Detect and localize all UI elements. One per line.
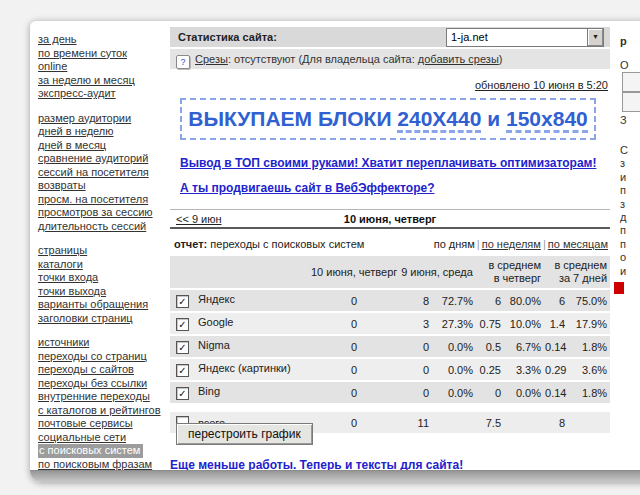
site-select-value: 1-ja.net [447,29,587,45]
value-cell: 0.0% [432,382,476,403]
row-checkbox[interactable]: ✓ [176,387,189,400]
promo-link-top[interactable]: Вывод в ТОП своими руками! Хватит перепл… [180,156,596,170]
search-engine-row: ✓Nigma000.0%0.56.7%0.141.8% [170,336,610,357]
value-cell: 0 [398,359,432,380]
row-checkbox[interactable]: ✓ [176,341,189,354]
sidebar-item[interactable]: заголовки страниц [38,312,168,326]
value-cell [432,412,476,433]
banner-text: ВЫКУПАЕМ БЛОКИ [188,107,397,130]
sidebar-item[interactable]: длительность сессий [38,220,168,234]
value-cell: 80.0% [504,290,544,311]
col-day2: 9 июня, среда [398,256,476,288]
value-cell [504,412,544,433]
engine-name-cell: ✓Яндекс (картинки) [170,359,310,380]
updated-row: обновлено 10 июня в 5:20 [170,79,608,91]
value-cell: 0.75 [476,313,504,334]
value-cell: 72.7% [432,290,476,311]
period-months-link[interactable]: по месяцам [548,238,608,250]
chevron-down-icon[interactable]: ▼ [587,29,603,46]
banner-conj: и [481,107,506,130]
sidebar-item[interactable]: социальные сети [38,431,168,445]
nav-group: размер аудиториидней в неделюдней в меся… [38,112,168,234]
value-cell: 6 [544,290,568,311]
banner-size-link-2[interactable]: 150x840 [506,107,588,133]
col-day1: 10 июня, четверг [310,256,398,288]
sidebar-item[interactable]: с каталогов и рейтингов [38,404,168,418]
sidebar-item[interactable]: просм. на посетителя [38,193,168,207]
sidebar-item[interactable]: страницы [38,244,168,258]
row-checkbox[interactable]: ✓ [176,364,189,377]
sidebar-item[interactable]: точки входа [38,271,168,285]
right-strip-fragment: О [620,59,629,71]
sidebar-item[interactable]: каталоги [38,258,168,272]
value-cell: 0 [310,290,398,311]
sidebar-item[interactable]: варианты обращения [38,298,168,312]
sidebar-item[interactable]: online [38,60,168,74]
sidebar-item-selected[interactable]: с поисковых систем [38,444,143,458]
left-nav: за деньпо времени сутокonlineза неделю и… [38,33,168,482]
slices-link[interactable]: Срезы [195,53,228,65]
sidebar-item[interactable]: за неделю и месяц [38,74,168,88]
nav-group: за деньпо времени сутокonlineза неделю и… [38,33,168,101]
right-strip-fragment: з [620,198,628,211]
value-cell: 6.7% [504,336,544,357]
period-weeks-link[interactable]: по неделям [482,238,541,250]
report-title: отчет: переходы с поисковых систем [174,238,364,250]
sidebar-item[interactable]: переходы со страниц [38,350,168,364]
row-checkbox[interactable]: ✓ [176,295,189,308]
sidebar-item[interactable]: дней в месяц [38,139,168,153]
value-cell: 8 [398,290,432,311]
right-strip-fragment: п [620,184,628,197]
search-engine-row: ✓Bing000.0%00.0%0.141.8% [170,382,610,403]
separator: | [543,238,546,250]
add-slices-link[interactable]: добавить срезы [418,53,499,65]
value-cell: 3.3% [504,359,544,380]
sidebar-item[interactable]: сессий на посетителя [38,166,168,180]
value-cell: 8 [544,412,568,433]
sidebar-item[interactable]: просмотров за сессию [38,206,168,220]
value-cell: 1.4 [544,313,568,334]
sidebar-item[interactable]: почтовые сервисы [38,417,168,431]
sidebar-item[interactable]: экспресс-аудит [38,87,168,101]
right-sidebar-cutoff: р О З Сзипздппои [614,21,640,482]
value-cell: 0 [310,382,398,403]
sidebar-item[interactable]: возвраты [38,179,168,193]
sidebar-item[interactable]: за день [38,33,168,47]
row-checkbox[interactable]: ✓ [176,318,189,331]
date-nav: << 9 июн 10 июня, четверг [170,209,610,229]
right-strip-fragment: п [620,238,628,251]
sidebar-item[interactable]: сравнение аудиторий [38,152,168,166]
engine-name-cell: ✓Яндекс [170,290,310,311]
sidebar-item[interactable]: переходы без ссылки [38,377,168,391]
sidebar-item[interactable]: переходы с сайтов [38,363,168,377]
ad-banner[interactable]: ВЫКУПАЕМ БЛОКИ 240X440 и 150x840 [180,98,596,140]
value-cell: 0.0% [432,359,476,380]
slices-suffix: ) [499,53,503,65]
right-strip-fragment: и [620,265,628,278]
sidebar-item[interactable]: внутренние переходы [38,390,168,404]
sidebar-item[interactable]: источники [38,336,168,350]
sidebar-item[interactable]: по поисковым фразам [38,458,168,472]
report-table-wrap: 10 июня, четверг 9 июня, среда в среднем… [170,254,610,435]
engine-name: Яндекс [198,293,235,305]
cutoff-box [622,92,640,112]
banner-size-link-1[interactable]: 240X440 [397,107,481,133]
value-cell: 0.0% [504,382,544,403]
search-engine-row: ✓Яндекс0872.7%680.0%675.0% [170,290,610,311]
right-strip-fragment: п [620,224,628,237]
sidebar-item[interactable]: точки выхода [38,285,168,299]
sidebar-item[interactable]: дней в неделю [38,125,168,139]
right-strip-fragment: о [620,251,628,264]
promo-link-webeffector[interactable]: А ты продвигаешь сайт в ВебЭффекторе? [180,181,434,195]
sidebar-item[interactable]: по времени суток [38,47,168,61]
right-strip-fragment: з [620,157,628,170]
period-switcher: по дням|по неделям|по месяцам [434,238,608,250]
value-cell: 3 [398,313,432,334]
updated-link[interactable]: обновлено 10 июня в 5:20 [475,79,608,91]
help-icon[interactable]: ? [176,55,190,69]
value-cell: 6 [476,290,504,311]
site-select[interactable]: 1-ja.net ▼ [446,28,604,47]
sidebar-item[interactable]: размер аудитории [38,112,168,126]
value-cell: 3.6% [568,359,610,380]
rebuild-chart-button[interactable]: перестроить график [176,423,313,445]
